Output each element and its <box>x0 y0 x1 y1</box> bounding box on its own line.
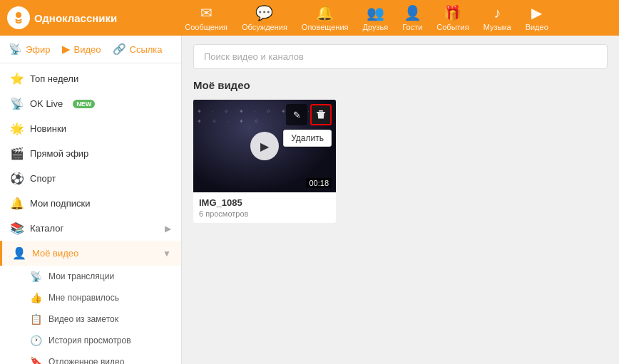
sidebar-item-my-video[interactable]: 👤 Моё видео ▼ <box>0 241 181 266</box>
nav-discussions[interactable]: 💬 Обсуждения <box>242 4 287 31</box>
tab-air[interactable]: 📡 Эфир <box>9 43 51 56</box>
music-icon: ♪ <box>493 5 501 21</box>
nav-events-label: События <box>436 23 469 31</box>
subscriptions-icon: 🔔 <box>10 197 23 210</box>
sidebar-sub-liked[interactable]: 👍 Мне понравилось <box>0 287 181 308</box>
tab-link[interactable]: 🔗 Ссылка <box>113 43 163 56</box>
video-thumbnail[interactable]: ▶ 00:18 ✎ Удалить <box>193 100 336 192</box>
video-card: ▶ 00:18 ✎ Удалить <box>193 100 336 223</box>
video-title: IMG_1085 <box>199 197 330 208</box>
nav-music[interactable]: ♪ Музыка <box>484 5 511 31</box>
sidebar-sub-history[interactable]: 🕐 История просмотров <box>0 330 181 351</box>
section-title: Моё видео <box>193 79 608 91</box>
notifications-icon: 🔔 <box>316 4 334 21</box>
sidebar: 📡 Эфир ▶ Видео 🔗 Ссылка ⭐ Топ недели 📡 O… <box>0 36 182 364</box>
edit-button[interactable]: ✎ <box>286 104 307 125</box>
sidebar-sub-notes-label: Видео из заметок <box>48 314 118 324</box>
messages-icon: ✉ <box>200 4 213 21</box>
search-bar[interactable]: Поиск видео и каналов <box>193 44 608 69</box>
tab-video[interactable]: ▶ Видео <box>62 43 101 56</box>
nav-messages[interactable]: ✉ Сообщения <box>185 4 227 31</box>
nav-items: ✉ Сообщения 💬 Обсуждения 🔔 Оповещения 👥 … <box>121 4 612 31</box>
sidebar-item-sport-label: Спорт <box>30 173 56 184</box>
video-info: IMG_1085 6 просмотров <box>193 192 336 223</box>
nav-guests-label: Гости <box>402 23 422 31</box>
nav-video-label: Видео <box>526 23 548 31</box>
sidebar-item-subscriptions[interactable]: 🔔 Мои подписки <box>0 191 181 216</box>
nav-friends[interactable]: 👥 Друзья <box>363 4 389 31</box>
friends-icon: 👥 <box>367 4 384 21</box>
video-grid: ▶ 00:18 ✎ Удалить <box>193 100 608 223</box>
sidebar-item-catalog-label: Каталог <box>30 223 63 234</box>
search-placeholder: Поиск видео и каналов <box>204 51 304 62</box>
sidebar-sub-history-label: История просмотров <box>48 336 131 345</box>
sidebar-item-sport[interactable]: ⚽ Спорт <box>0 166 181 191</box>
sidebar-sub-deferred[interactable]: 🔖 Отложенное видео <box>0 351 181 364</box>
brand-name: Одноклассники <box>34 12 117 24</box>
liked-icon: 👍 <box>30 292 41 303</box>
discussions-icon: 💬 <box>255 4 273 21</box>
video-icon: ▶ <box>62 43 71 56</box>
sidebar-item-new-label: Новинки <box>30 123 66 134</box>
svg-point-0 <box>16 12 21 18</box>
deferred-icon: 🔖 <box>30 356 41 364</box>
sidebar-sub-broadcasts-label: Мои трансляции <box>48 271 114 281</box>
tab-link-label: Ссылка <box>130 44 163 55</box>
sidebar-item-catalog[interactable]: 📚 Каталог ▶ <box>0 216 181 241</box>
content-area: Поиск видео и каналов Моё видео ▶ 00:18 … <box>182 36 619 364</box>
nav-discussions-label: Обсуждения <box>242 23 287 31</box>
sidebar-item-top-week[interactable]: ⭐ Топ недели <box>0 66 181 91</box>
nav-notifications[interactable]: 🔔 Оповещения <box>302 4 349 31</box>
sidebar-item-live[interactable]: 🎬 Прямой эфир <box>0 141 181 166</box>
notes-icon: 📋 <box>30 313 41 325</box>
logo[interactable]: Одноклассники <box>7 6 121 29</box>
air-icon: 📡 <box>9 43 22 56</box>
catalog-icon: 📚 <box>10 222 23 235</box>
sidebar-item-my-video-label: Моё видео <box>32 248 78 259</box>
video-views: 6 просмотров <box>199 209 330 218</box>
top-week-icon: ⭐ <box>10 72 23 85</box>
svg-rect-2 <box>319 110 323 112</box>
new-icon: 🌟 <box>10 122 23 135</box>
nav-video[interactable]: ▶ Видео <box>526 4 548 31</box>
broadcasts-icon: 📡 <box>30 271 41 282</box>
sidebar-sub-notes[interactable]: 📋 Видео из заметок <box>0 308 181 330</box>
new-badge: new <box>73 100 95 108</box>
top-nav: Одноклассники ✉ Сообщения 💬 Обсуждения 🔔… <box>0 0 619 36</box>
catalog-chevron-icon: ▶ <box>165 224 171 234</box>
video-actions: ✎ Удалить <box>286 104 332 125</box>
svg-rect-1 <box>317 112 325 113</box>
sidebar-sub-liked-label: Мне понравилось <box>48 293 119 303</box>
main-layout: 📡 Эфир ▶ Видео 🔗 Ссылка ⭐ Топ недели 📡 O… <box>0 36 619 364</box>
history-icon: 🕐 <box>30 335 41 346</box>
video-nav-icon: ▶ <box>531 4 542 21</box>
nav-events[interactable]: 🎁 События <box>436 4 469 31</box>
sidebar-sub-broadcasts[interactable]: 📡 Мои трансляции <box>0 266 181 287</box>
sidebar-item-top-week-label: Топ недели <box>30 73 78 84</box>
sidebar-item-subscriptions-label: Мои подписки <box>30 198 90 209</box>
ok-live-icon: 📡 <box>10 97 23 110</box>
my-video-icon: 👤 <box>12 246 25 260</box>
delete-button[interactable] <box>310 104 332 125</box>
nav-music-label: Музыка <box>484 23 511 31</box>
live-icon: 🎬 <box>10 147 23 160</box>
sidebar-tabs: 📡 Эфир ▶ Видео 🔗 Ссылка <box>0 36 181 63</box>
guests-icon: 👤 <box>404 4 421 21</box>
sidebar-item-new[interactable]: 🌟 Новинки <box>0 116 181 141</box>
logo-icon <box>7 6 30 29</box>
sidebar-sub-deferred-label: Отложенное видео <box>48 357 124 364</box>
link-icon: 🔗 <box>113 43 126 56</box>
sidebar-menu: ⭐ Топ недели 📡 OK Live new 🌟 Новинки 🎬 П… <box>0 63 181 364</box>
my-video-chevron-icon: ▼ <box>163 249 171 259</box>
events-icon: 🎁 <box>444 4 461 21</box>
delete-tooltip: Удалить <box>283 130 332 147</box>
nav-guests[interactable]: 👤 Гости <box>402 4 422 31</box>
sidebar-item-live-label: Прямой эфир <box>30 148 88 159</box>
tab-air-label: Эфир <box>26 44 51 55</box>
play-button[interactable]: ▶ <box>250 132 279 160</box>
sport-icon: ⚽ <box>10 172 23 185</box>
tab-video-label: Видео <box>74 44 101 55</box>
nav-messages-label: Сообщения <box>185 23 227 31</box>
sidebar-item-ok-live[interactable]: 📡 OK Live new <box>0 91 181 116</box>
nav-friends-label: Друзья <box>363 23 389 31</box>
